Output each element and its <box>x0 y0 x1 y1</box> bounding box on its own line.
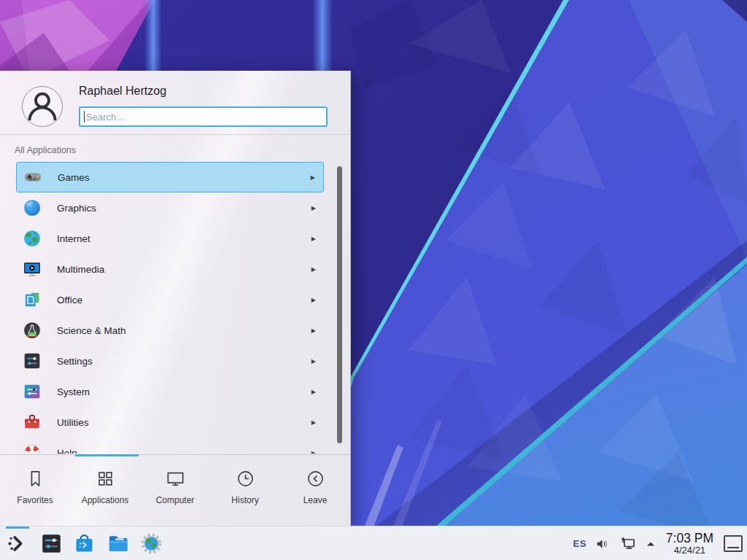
category-label: Games <box>58 172 90 183</box>
launcher-tab-bar: Favorites Applications <box>0 455 350 526</box>
category-games[interactable]: Games ▶ <box>16 162 324 192</box>
submenu-arrow-icon: ▶ <box>311 266 316 273</box>
tab-label: History <box>231 495 258 505</box>
category-list: Games ▶ Graphics ▶ <box>0 162 351 454</box>
section-label: All Applications <box>15 145 76 155</box>
category-label: System <box>57 386 90 397</box>
category-label: Multimedia <box>57 264 104 275</box>
submenu-arrow-icon: ▶ <box>311 389 316 395</box>
settings-icon <box>23 351 42 370</box>
caret-up-icon <box>646 539 656 549</box>
taskbar: ES <box>0 526 747 560</box>
clock-icon <box>236 469 255 489</box>
category-help[interactable]: Help ▶ <box>16 438 324 454</box>
category-label: Office <box>57 295 82 306</box>
discover-button[interactable] <box>73 532 96 555</box>
app-grid-icon <box>96 469 115 489</box>
submenu-arrow-icon: ▶ <box>311 358 316 365</box>
category-label: Internet <box>57 233 90 244</box>
user-icon <box>23 87 62 126</box>
submenu-arrow-icon: ▶ <box>311 327 316 334</box>
leave-icon <box>306 469 325 489</box>
tray-expander-button[interactable] <box>646 539 656 549</box>
science-icon <box>23 321 42 340</box>
submenu-arrow-icon: ▶ <box>311 174 315 181</box>
text-caret <box>84 111 85 122</box>
category-label: Help <box>57 448 77 454</box>
keyboard-layout-indicator[interactable]: ES <box>573 538 586 549</box>
tab-history[interactable]: History <box>210 455 280 526</box>
digital-clock[interactable]: 7:03 PM 4/24/21 <box>666 532 713 555</box>
category-utilities[interactable]: Utilities ▶ <box>16 407 324 438</box>
utilities-icon <box>23 413 42 432</box>
internet-icon <box>23 229 42 248</box>
monitor-icon <box>166 469 185 489</box>
system-tray: ES <box>573 526 743 560</box>
tab-label: Applications <box>82 495 129 505</box>
category-science-math[interactable]: Science & Math ▶ <box>16 315 324 346</box>
tab-favorites[interactable]: Favorites <box>0 455 70 526</box>
category-settings[interactable]: Settings ▶ <box>16 346 324 376</box>
search-input[interactable]: Search... <box>79 106 328 127</box>
multimedia-icon <box>23 260 42 279</box>
submenu-arrow-icon: ▶ <box>311 205 316 211</box>
category-graphics[interactable]: Graphics ▶ <box>16 192 324 223</box>
tab-computer[interactable]: Computer <box>140 455 210 526</box>
speaker-icon <box>595 536 611 552</box>
show-desktop-icon <box>727 547 739 548</box>
tab-label: Computer <box>156 495 195 505</box>
submenu-arrow-icon: ▶ <box>311 236 316 242</box>
graphics-icon <box>23 198 42 217</box>
submenu-arrow-icon: ▶ <box>311 297 316 303</box>
launcher-active-indicator <box>6 526 29 529</box>
desktop: Raphael Hertzog Search... All Applicatio… <box>0 0 747 560</box>
network-button[interactable] <box>619 534 638 553</box>
file-manager-button[interactable] <box>107 532 129 555</box>
search-placeholder: Search... <box>86 112 124 122</box>
category-system[interactable]: System ▶ <box>16 376 324 407</box>
volume-button[interactable] <box>595 536 611 552</box>
kde-launcher-icon <box>6 532 28 555</box>
submenu-arrow-icon: ▶ <box>311 419 316 426</box>
category-internet[interactable]: Internet ▶ <box>16 223 324 254</box>
category-label: Graphics <box>57 203 96 214</box>
category-multimedia[interactable]: Multimedia ▶ <box>16 254 324 284</box>
office-icon <box>23 290 42 309</box>
show-desktop-button[interactable] <box>724 535 743 552</box>
user-name: Raphael Hertzog <box>79 85 166 98</box>
scrollbar[interactable] <box>337 166 342 443</box>
games-icon <box>23 168 42 187</box>
web-browser-button[interactable] <box>140 532 163 555</box>
tab-leave[interactable]: Leave <box>280 455 350 526</box>
user-avatar[interactable] <box>22 86 63 127</box>
system-settings-icon <box>40 532 63 555</box>
clock-date: 4/24/21 <box>666 545 713 556</box>
category-label: Science & Math <box>57 325 126 336</box>
category-label: Settings <box>57 356 93 367</box>
system-icon <box>23 382 42 401</box>
submenu-arrow-icon: ▶ <box>311 450 316 454</box>
category-label: Utilities <box>57 417 89 428</box>
system-settings-button[interactable] <box>40 532 63 555</box>
clock-time: 7:03 PM <box>666 532 713 545</box>
application-launcher-button[interactable] <box>6 532 28 555</box>
folder-icon <box>107 532 129 555</box>
tab-label: Favorites <box>17 495 53 505</box>
category-office[interactable]: Office ▶ <box>16 284 324 315</box>
bookmark-icon <box>26 469 45 489</box>
launcher-header: Raphael Hertzog Search... <box>0 71 350 135</box>
wired-network-icon <box>619 534 638 553</box>
help-icon <box>23 443 42 454</box>
tab-applications[interactable]: Applications <box>70 455 140 526</box>
application-launcher-menu: Raphael Hertzog Search... All Applicatio… <box>0 71 351 526</box>
tab-label: Leave <box>303 495 328 505</box>
discover-icon <box>73 532 96 555</box>
globe-gear-icon <box>140 532 163 555</box>
